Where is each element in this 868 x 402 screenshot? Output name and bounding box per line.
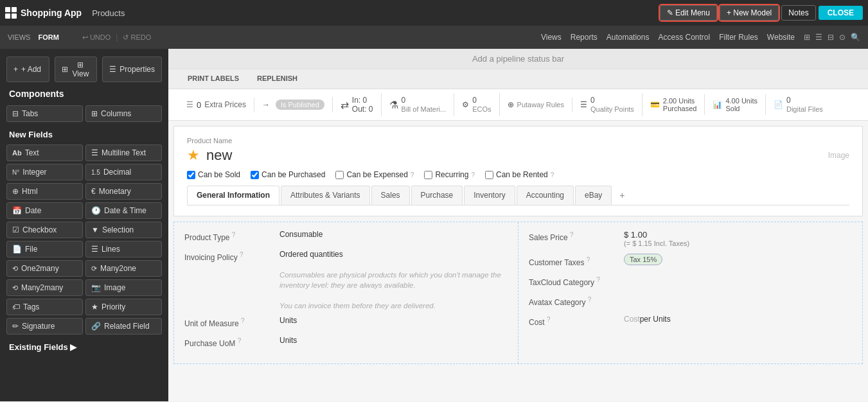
uom-value[interactable]: Units xyxy=(279,316,508,328)
form-top-tabs: PRINT LABELS REPLENISH xyxy=(168,69,868,89)
field-decimal[interactable]: 1.5Decimal xyxy=(85,164,162,180)
field-many2one[interactable]: ⟳Many2one xyxy=(85,260,162,277)
field-html[interactable]: ⊕Html xyxy=(6,183,83,200)
tab-attributes[interactable]: Attributes & Variants xyxy=(281,186,370,205)
field-text[interactable]: AbText xyxy=(6,144,83,161)
stat-ecos[interactable]: ⚙ 0ECOs xyxy=(454,93,499,116)
avatax-row: Avatax Category ? xyxy=(529,295,852,307)
tab-print-labels[interactable]: PRINT LABELS xyxy=(179,69,248,89)
field-tags[interactable]: 🏷Tags xyxy=(6,299,83,315)
stat-extra-prices[interactable]: ☰ 0 Extra Prices xyxy=(179,98,254,112)
app-name: Shopping App xyxy=(21,8,82,18)
stat-bom[interactable]: ⚗ 0Bill of Materi... xyxy=(382,93,455,116)
add-button[interactable]: + + Add xyxy=(6,57,49,82)
add-tab-button[interactable]: + xyxy=(613,186,631,205)
can-be-purchased-input[interactable] xyxy=(251,171,259,179)
adjust-icon[interactable]: ⊟ xyxy=(828,33,834,42)
field-datetime[interactable]: 🕐Date & Time xyxy=(85,202,162,219)
invoicing-policy-value[interactable]: Ordered quantities xyxy=(279,250,508,262)
purchase-uom-value[interactable]: Units xyxy=(279,336,508,348)
field-lines[interactable]: ☰Lines xyxy=(85,241,162,258)
cost-row: Cost ? Costper Units xyxy=(529,315,852,327)
field-many2many[interactable]: ⟲Many2many xyxy=(6,279,83,296)
field-integer[interactable]: N°Integer xyxy=(6,164,83,180)
can-be-rented-check[interactable]: Can be Rented ? xyxy=(485,170,554,179)
field-checkbox[interactable]: ☑Checkbox xyxy=(6,222,83,238)
tab-accounting[interactable]: Accounting xyxy=(517,186,574,205)
tax-badge[interactable]: Tax 15% xyxy=(624,254,662,265)
new-model-button[interactable]: + New Model xyxy=(720,5,779,21)
edit-menu-button[interactable]: ✎ Edit Menu xyxy=(660,5,717,21)
field-date[interactable]: 📅Date xyxy=(6,202,83,219)
tab-general[interactable]: General Information xyxy=(187,186,279,205)
stat-putaway[interactable]: ⊕ Putaway Rules xyxy=(500,98,572,112)
can-be-rented-input[interactable] xyxy=(485,171,493,179)
can-be-purchased-check[interactable]: Can be Purchased xyxy=(251,170,325,179)
properties-button[interactable]: ☰ Properties xyxy=(102,57,162,82)
search-icon[interactable]: 🔍 xyxy=(851,33,860,42)
columns-component[interactable]: ⊞ Columns xyxy=(85,105,162,122)
customer-taxes-value[interactable]: Tax 15% xyxy=(624,255,852,267)
products-nav[interactable]: Products xyxy=(92,8,125,18)
existing-fields-section[interactable]: Existing Fields ▶ xyxy=(0,337,168,357)
stat-published[interactable]: → Is Published xyxy=(254,97,333,112)
cost-value[interactable]: Costper Units xyxy=(624,315,852,327)
stats-bar: ☰ 0 Extra Prices → Is Published ⇄ In: 0O… xyxy=(168,89,868,121)
stat-units-sold[interactable]: 📊 4.00 UnitsSold xyxy=(705,94,766,115)
field-signature[interactable]: ✏Signature xyxy=(6,318,83,335)
avatax-value[interactable] xyxy=(624,295,852,307)
website-menu[interactable]: Website xyxy=(767,33,795,42)
second-bar-right: Views Reports Automations Access Control… xyxy=(541,33,860,42)
field-related[interactable]: 🔗Related Field xyxy=(85,318,162,335)
tab-replenish[interactable]: REPLENISH xyxy=(248,69,306,89)
recurring-check[interactable]: Recurring ? xyxy=(424,170,475,179)
access-control-menu[interactable]: Access Control xyxy=(658,33,710,42)
can-be-expensed-check[interactable]: Can be Expensed ? xyxy=(335,170,414,179)
taxcloud-value[interactable] xyxy=(624,275,852,287)
list-icon[interactable]: ☰ xyxy=(815,33,822,42)
can-be-sold-check[interactable]: Can be Sold xyxy=(187,170,240,179)
circle-icon[interactable]: ⊙ xyxy=(839,33,846,42)
field-image[interactable]: 📷Image xyxy=(85,279,162,296)
tab-ebay[interactable]: eBay xyxy=(575,186,612,205)
stat-in-out[interactable]: ⇄ In: 0Out: 0 xyxy=(333,93,382,116)
checkboxes-row: Can be Sold Can be Purchased Can be Expe… xyxy=(187,170,849,179)
stat-quality-points[interactable]: ☰ 0Quality Points xyxy=(572,93,642,116)
stat-units-purchased[interactable]: 💳 2.00 UnitsPurchased xyxy=(642,94,705,115)
notes-button[interactable]: Notes xyxy=(781,5,815,21)
field-multiline[interactable]: ☰Multiline Text xyxy=(85,144,162,161)
filter-rules-menu[interactable]: Filter Rules xyxy=(719,33,758,42)
form-right-col: Sales Price ? $ 1.00 (= $ 1.15 Incl. Tax… xyxy=(518,222,862,363)
sales-price-value[interactable]: $ 1.00 (= $ 1.15 Incl. Taxes) xyxy=(624,230,852,247)
view-button[interactable]: ⊞ ⊞ View xyxy=(55,57,98,82)
field-selection[interactable]: ▼Selection xyxy=(85,222,162,238)
product-name-value[interactable]: new xyxy=(206,147,232,164)
field-monetary[interactable]: €Monetary xyxy=(85,183,162,200)
pipeline-bar[interactable]: Add a pipeline status bar xyxy=(168,49,868,69)
can-be-sold-input[interactable] xyxy=(187,171,195,179)
product-type-value[interactable]: Consumable xyxy=(279,230,508,242)
field-priority[interactable]: ★Priority xyxy=(85,299,162,315)
view-icon: ⊞ xyxy=(62,65,68,74)
tabs-component[interactable]: ⊟ Tabs xyxy=(6,105,83,122)
views-menu[interactable]: Views xyxy=(541,33,562,42)
form-label[interactable]: FORM xyxy=(38,33,58,41)
grid-icon[interactable]: ⊞ xyxy=(804,33,810,42)
recurring-input[interactable] xyxy=(424,171,432,179)
field-file[interactable]: 📄File xyxy=(6,241,83,258)
favorite-star-icon[interactable]: ★ xyxy=(187,147,200,164)
customer-taxes-row: Customer Taxes ? Tax 15% xyxy=(529,255,852,267)
tab-purchase[interactable]: Purchase xyxy=(411,186,463,205)
top-bar-actions: ✎ Edit Menu + New Model Notes CLOSE xyxy=(660,5,863,21)
stat-digital-files[interactable]: 📄 0Digital Files xyxy=(766,93,831,116)
undo-button[interactable]: ↩ UNDO xyxy=(82,33,111,42)
field-one2many[interactable]: ⟲One2many xyxy=(6,260,83,277)
automations-menu[interactable]: Automations xyxy=(607,33,650,42)
reports-menu[interactable]: Reports xyxy=(571,33,598,42)
tab-inventory[interactable]: Inventory xyxy=(464,186,515,205)
quality-icon: ☰ xyxy=(580,100,587,109)
can-be-expensed-input[interactable] xyxy=(335,171,344,179)
close-button[interactable]: CLOSE xyxy=(819,6,863,20)
tab-sales[interactable]: Sales xyxy=(371,186,410,205)
redo-button[interactable]: ↺ REDO xyxy=(123,33,151,42)
